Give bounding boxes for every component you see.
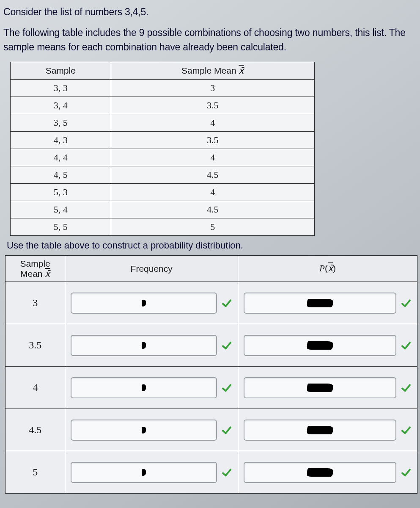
- table-row: 3, 33: [11, 80, 315, 97]
- intro-line-1: Consider the list of numbers 3,4,5.: [3, 5, 417, 19]
- table-row: 4, 54.5: [11, 166, 315, 184]
- check-icon: [221, 382, 232, 393]
- probability-input[interactable]: [244, 462, 396, 483]
- table-row: 4, 44: [11, 149, 315, 166]
- redacted-answer: [307, 468, 333, 477]
- table-row: 4: [5, 367, 417, 409]
- redacted-answer: [142, 427, 146, 433]
- intro-line-2: The following table includes the 9 possi…: [3, 26, 417, 54]
- probability-input[interactable]: [244, 420, 396, 441]
- mean-cell: 3.5: [5, 324, 65, 367]
- redacted-answer: [142, 300, 146, 306]
- check-icon: [221, 425, 232, 436]
- probability-input[interactable]: [244, 293, 396, 314]
- probability-input[interactable]: [244, 335, 396, 356]
- redacted-answer: [142, 384, 146, 391]
- check-icon: [401, 340, 412, 351]
- redacted-answer: [142, 469, 146, 476]
- check-icon: [221, 467, 232, 478]
- check-icon: [401, 425, 412, 436]
- col-header-p-xbar: P(x̄): [238, 256, 417, 282]
- redacted-answer: [307, 341, 333, 350]
- table-row: 3, 54: [11, 114, 315, 132]
- frequency-input[interactable]: [71, 377, 217, 398]
- table-row: 5, 55: [11, 218, 315, 236]
- table-row: 5: [5, 451, 417, 494]
- table-row: 3: [5, 282, 417, 324]
- table-row: 5, 34: [11, 184, 315, 201]
- sample-mean-table: Sample Sample Mean x̄ 3, 33 3, 43.5 3, 5…: [10, 62, 315, 236]
- check-icon: [401, 298, 412, 309]
- col-header-sample-mean: Sample Mean x̄: [5, 256, 65, 282]
- probability-distribution-table: Sample Mean x̄ Frequency P(x̄) 3: [5, 255, 417, 494]
- table-row: 4.5: [5, 409, 417, 451]
- redacted-answer: [307, 299, 333, 307]
- redacted-answer: [307, 426, 333, 434]
- check-icon: [401, 467, 412, 478]
- col-header-sample-mean: Sample Mean x̄: [111, 62, 314, 80]
- table-row: 3.5: [5, 324, 417, 367]
- mean-cell: 4: [5, 367, 65, 409]
- redacted-answer: [307, 384, 333, 392]
- mean-cell: 5: [5, 451, 65, 494]
- frequency-input[interactable]: [71, 335, 217, 356]
- mean-cell: 3: [5, 282, 65, 324]
- frequency-input[interactable]: [71, 420, 217, 441]
- frequency-input[interactable]: [71, 293, 217, 314]
- check-icon: [221, 298, 232, 309]
- check-icon: [401, 382, 412, 393]
- mean-cell: 4.5: [5, 409, 65, 451]
- probability-input[interactable]: [244, 377, 396, 398]
- table-row: 3, 43.5: [11, 97, 315, 114]
- table-row: 5, 44.5: [11, 201, 315, 218]
- col-header-sample: Sample: [11, 62, 111, 80]
- intro-text: Consider the list of numbers 3,4,5. The …: [3, 5, 417, 54]
- frequency-input[interactable]: [71, 462, 217, 483]
- table-row: 4, 33.5: [11, 132, 315, 149]
- instruction-text: Use the table above to construct a proba…: [7, 240, 417, 251]
- redacted-answer: [142, 342, 146, 349]
- col-header-frequency: Frequency: [65, 256, 238, 282]
- check-icon: [221, 340, 232, 351]
